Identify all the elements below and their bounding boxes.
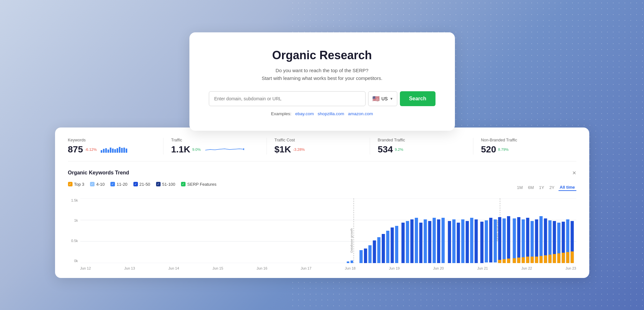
stat-branded-change: 9.2% <box>395 148 403 151</box>
svg-rect-9 <box>346 261 349 263</box>
stat-traffic-cost-label: Traffic Cost <box>275 138 362 142</box>
content-wrapper: Organic Research Do you want to reach th… <box>47 32 597 278</box>
legend-serp-features: ✓ SERP Features <box>181 182 216 187</box>
keywords-mini-bars <box>101 146 127 153</box>
svg-rect-56 <box>530 257 534 263</box>
svg-rect-59 <box>539 216 543 262</box>
legend-11-20: ✓ 11-20 <box>110 182 127 187</box>
legend-21-50-color: ✓ <box>133 182 138 186</box>
legend-serp-color: ✓ <box>181 182 186 186</box>
traffic-mini-line <box>205 146 244 153</box>
time-alltime[interactable]: All time <box>559 184 576 191</box>
chart-section: Organic Keywords Trend × ✓ Top 3 ✓ 4-10 <box>68 169 576 270</box>
chart-header: Organic Keywords Trend × <box>68 169 576 177</box>
legend-top3-label: Top 3 <box>74 182 85 187</box>
y-label-0-5k: 0.5k <box>68 239 78 243</box>
svg-rect-58 <box>535 257 538 263</box>
svg-rect-16 <box>381 234 385 263</box>
legend-4-10: ✓ 4-10 <box>90 182 105 187</box>
svg-rect-26 <box>428 221 431 263</box>
stats-row: Keywords 875 -6.12% <box>68 138 576 161</box>
svg-rect-14 <box>373 240 376 263</box>
x-label-jun13: Jun 13 <box>124 266 135 270</box>
svg-rect-51 <box>522 219 525 262</box>
svg-rect-31 <box>452 219 456 263</box>
example-link-shopzilla[interactable]: shopzilla.com <box>318 111 344 116</box>
time-1y[interactable]: 1Y <box>538 184 546 191</box>
svg-rect-70 <box>561 253 565 263</box>
svg-rect-68 <box>557 253 560 263</box>
svg-rect-38 <box>485 220 488 262</box>
x-label-jun23: Jun 23 <box>565 266 576 270</box>
svg-rect-62 <box>544 255 547 263</box>
legend-top3-color: ✓ <box>68 182 73 186</box>
x-label-jun18: Jun 18 <box>345 266 356 270</box>
x-label-jun19: Jun 19 <box>389 266 400 270</box>
stat-nonbranded-change: 8.79% <box>498 148 509 151</box>
svg-rect-28 <box>437 219 440 263</box>
svg-rect-23 <box>415 218 418 263</box>
time-2y[interactable]: 2Y <box>548 184 556 191</box>
x-label-jun21: Jun 21 <box>477 266 488 270</box>
svg-rect-21 <box>406 221 409 263</box>
chart-title: Organic Keywords Trend <box>68 170 129 176</box>
time-6m[interactable]: 6M <box>527 184 535 191</box>
example-link-ebay[interactable]: ebay.com <box>295 111 314 116</box>
svg-rect-37 <box>480 222 483 263</box>
y-label-0k: 0k <box>68 259 78 263</box>
stat-keywords-value: 875 <box>68 144 83 155</box>
svg-rect-57 <box>535 219 538 262</box>
svg-rect-64 <box>548 255 551 263</box>
svg-rect-55 <box>530 221 534 262</box>
time-1m[interactable]: 1M <box>516 184 524 191</box>
legend-21-50: ✓ 21-50 <box>133 182 150 187</box>
x-label-jun22: Jun 22 <box>521 266 532 270</box>
svg-rect-19 <box>395 226 398 263</box>
stat-traffic-value: 1.1K <box>171 144 190 155</box>
x-label-jun17: Jun 17 <box>301 266 311 270</box>
legend-top3: ✓ Top 3 <box>68 182 85 187</box>
stat-branded-value: 534 <box>378 144 393 155</box>
stat-traffic-label: Traffic <box>171 138 259 142</box>
close-button[interactable]: × <box>572 169 576 177</box>
legend-51-100-color: ✓ <box>156 182 161 186</box>
svg-rect-74 <box>571 251 574 263</box>
legend-11-20-label: 11-20 <box>117 182 127 187</box>
svg-rect-42 <box>498 260 501 263</box>
chart-svg: Database growth SERP features <box>80 198 576 263</box>
search-button[interactable]: Search <box>400 91 435 106</box>
svg-rect-53 <box>526 218 529 262</box>
stat-branded-label: Branded Traffic <box>378 138 465 142</box>
legend-11-20-color: ✓ <box>110 182 115 186</box>
svg-rect-47 <box>513 218 516 262</box>
svg-rect-33 <box>461 219 464 263</box>
time-filters: 1M 6M 1Y 2Y All time <box>516 184 576 191</box>
svg-rect-44 <box>503 259 506 263</box>
svg-rect-35 <box>470 218 473 263</box>
svg-rect-32 <box>457 223 460 263</box>
stat-traffic-cost-change: -3.28% <box>293 148 305 151</box>
svg-rect-34 <box>466 221 469 263</box>
chevron-down-icon: ▼ <box>390 97 393 101</box>
svg-point-0 <box>243 148 244 150</box>
legend-serp-label: SERP Features <box>187 182 216 187</box>
stat-keywords-change: -6.12% <box>85 148 96 151</box>
stat-keywords: Keywords 875 -6.12% <box>68 138 164 155</box>
domain-input[interactable] <box>209 91 366 106</box>
chart-legend: ✓ Top 3 ✓ 4-10 ✓ 11-20 ✓ <box>68 182 217 187</box>
chart-container: 1.5k 1k 0.5k 0k <box>68 198 576 270</box>
svg-rect-50 <box>517 258 520 263</box>
svg-rect-72 <box>566 252 569 263</box>
y-label-1k: 1k <box>68 218 78 222</box>
dashboard-card: Keywords 875 -6.12% <box>55 127 589 278</box>
country-select[interactable]: 🇺🇸 US ▼ <box>368 91 397 106</box>
legend-21-50-label: 21-50 <box>140 182 150 187</box>
stat-nonbranded-label: Non-Branded Traffic <box>481 138 569 142</box>
example-link-amazon[interactable]: amazon.com <box>348 111 373 116</box>
svg-text:Database growth: Database growth <box>349 228 353 253</box>
svg-rect-17 <box>386 231 389 263</box>
svg-rect-54 <box>526 257 529 263</box>
svg-rect-18 <box>390 227 394 263</box>
stat-traffic-cost-value: $1K <box>275 144 291 155</box>
stat-keywords-label: Keywords <box>68 138 155 142</box>
